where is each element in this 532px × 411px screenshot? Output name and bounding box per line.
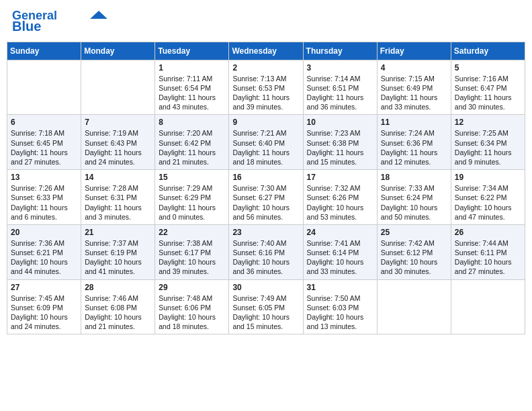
calendar-cell: 27Sunrise: 7:45 AMSunset: 6:09 PMDayligh… — [7, 279, 81, 334]
calendar-cell: 10Sunrise: 7:23 AMSunset: 6:38 PMDayligh… — [303, 115, 377, 170]
logo: General Blue — [12, 9, 108, 34]
cell-content: Sunrise: 7:44 AMSunset: 6:11 PMDaylight:… — [455, 238, 521, 277]
cell-content: Sunrise: 7:45 AMSunset: 6:09 PMDaylight:… — [11, 293, 77, 332]
day-number: 1 — [159, 63, 225, 73]
calendar-cell: 18Sunrise: 7:33 AMSunset: 6:24 PMDayligh… — [377, 170, 451, 225]
cell-content: Sunrise: 7:36 AMSunset: 6:21 PMDaylight:… — [11, 238, 77, 277]
day-number: 27 — [11, 283, 77, 292]
day-number: 23 — [232, 228, 299, 237]
calendar-cell: 29Sunrise: 7:48 AMSunset: 6:06 PMDayligh… — [155, 279, 229, 334]
day-number: 25 — [381, 228, 447, 237]
day-number: 24 — [307, 228, 373, 237]
calendar-cell: 24Sunrise: 7:41 AMSunset: 6:14 PMDayligh… — [303, 224, 377, 279]
day-number: 15 — [159, 173, 225, 182]
cell-content: Sunrise: 7:24 AMSunset: 6:36 PMDaylight:… — [381, 128, 447, 167]
cell-content: Sunrise: 7:25 AMSunset: 6:34 PMDaylight:… — [455, 128, 521, 167]
day-header-tuesday: Tuesday — [155, 42, 229, 60]
cell-content: Sunrise: 7:21 AMSunset: 6:40 PMDaylight:… — [232, 128, 299, 167]
cell-content: Sunrise: 7:46 AMSunset: 6:08 PMDaylight:… — [85, 293, 151, 332]
calendar-cell: 4Sunrise: 7:15 AMSunset: 6:49 PMDaylight… — [377, 60, 451, 115]
calendar-cell — [377, 279, 451, 334]
cell-content: Sunrise: 7:14 AMSunset: 6:51 PMDaylight:… — [307, 74, 373, 112]
day-number: 2 — [232, 63, 299, 73]
cell-content: Sunrise: 7:34 AMSunset: 6:22 PMDaylight:… — [455, 183, 521, 222]
calendar-cell: 22Sunrise: 7:38 AMSunset: 6:17 PMDayligh… — [155, 224, 229, 279]
cell-content: Sunrise: 7:19 AMSunset: 6:43 PMDaylight:… — [85, 128, 151, 167]
cell-content: Sunrise: 7:41 AMSunset: 6:14 PMDaylight:… — [307, 238, 373, 277]
day-number: 14 — [85, 173, 151, 182]
day-number: 19 — [455, 173, 521, 182]
day-number: 20 — [11, 228, 77, 237]
cell-content: Sunrise: 7:29 AMSunset: 6:29 PMDaylight:… — [159, 183, 225, 222]
day-number: 18 — [381, 173, 447, 182]
calendar-cell: 8Sunrise: 7:20 AMSunset: 6:42 PMDaylight… — [155, 115, 229, 170]
day-number: 31 — [307, 283, 373, 292]
calendar-cell: 25Sunrise: 7:42 AMSunset: 6:12 PMDayligh… — [377, 224, 451, 279]
calendar-cell: 16Sunrise: 7:30 AMSunset: 6:27 PMDayligh… — [229, 170, 303, 225]
calendar-table: SundayMondayTuesdayWednesdayThursdayFrid… — [7, 42, 525, 334]
day-number: 10 — [307, 118, 373, 127]
day-number: 13 — [11, 173, 77, 182]
logo-icon — [89, 11, 108, 19]
svg-marker-0 — [90, 11, 107, 19]
calendar-cell: 14Sunrise: 7:28 AMSunset: 6:31 PMDayligh… — [81, 170, 155, 225]
cell-content: Sunrise: 7:33 AMSunset: 6:24 PMDaylight:… — [381, 183, 447, 222]
calendar-cell — [7, 60, 81, 115]
calendar-week-4: 20Sunrise: 7:36 AMSunset: 6:21 PMDayligh… — [7, 224, 525, 279]
cell-content: Sunrise: 7:13 AMSunset: 6:53 PMDaylight:… — [232, 74, 299, 112]
cell-content: Sunrise: 7:38 AMSunset: 6:17 PMDaylight:… — [159, 238, 225, 277]
calendar-cell: 28Sunrise: 7:46 AMSunset: 6:08 PMDayligh… — [81, 279, 155, 334]
calendar-cell: 17Sunrise: 7:32 AMSunset: 6:26 PMDayligh… — [303, 170, 377, 225]
calendar-cell: 20Sunrise: 7:36 AMSunset: 6:21 PMDayligh… — [7, 224, 81, 279]
calendar-week-2: 6Sunrise: 7:18 AMSunset: 6:45 PMDaylight… — [7, 115, 525, 170]
calendar-week-5: 27Sunrise: 7:45 AMSunset: 6:09 PMDayligh… — [7, 279, 525, 334]
day-number: 26 — [455, 228, 521, 237]
calendar-cell: 13Sunrise: 7:26 AMSunset: 6:33 PMDayligh… — [7, 170, 81, 225]
day-number: 29 — [159, 283, 225, 292]
cell-content: Sunrise: 7:23 AMSunset: 6:38 PMDaylight:… — [307, 128, 373, 167]
cell-content: Sunrise: 7:42 AMSunset: 6:12 PMDaylight:… — [381, 238, 447, 277]
calendar-cell: 21Sunrise: 7:37 AMSunset: 6:19 PMDayligh… — [81, 224, 155, 279]
calendar-cell: 11Sunrise: 7:24 AMSunset: 6:36 PMDayligh… — [377, 115, 451, 170]
calendar-cell: 3Sunrise: 7:14 AMSunset: 6:51 PMDaylight… — [303, 60, 377, 115]
day-number: 8 — [159, 118, 225, 127]
calendar-cell: 31Sunrise: 7:50 AMSunset: 6:03 PMDayligh… — [303, 279, 377, 334]
calendar-cell: 5Sunrise: 7:16 AMSunset: 6:47 PMDaylight… — [451, 60, 525, 115]
day-header-saturday: Saturday — [451, 42, 525, 60]
calendar-cell — [451, 279, 525, 334]
cell-content: Sunrise: 7:11 AMSunset: 6:54 PMDaylight:… — [159, 74, 225, 112]
calendar-cell: 7Sunrise: 7:19 AMSunset: 6:43 PMDaylight… — [81, 115, 155, 170]
cell-content: Sunrise: 7:30 AMSunset: 6:27 PMDaylight:… — [232, 183, 299, 222]
calendar-cell: 1Sunrise: 7:11 AMSunset: 6:54 PMDaylight… — [155, 60, 229, 115]
day-header-friday: Friday — [377, 42, 451, 60]
cell-content: Sunrise: 7:16 AMSunset: 6:47 PMDaylight:… — [455, 74, 521, 112]
day-number: 6 — [11, 118, 77, 127]
logo-blue-text: Blue — [12, 19, 41, 34]
day-number: 17 — [307, 173, 373, 182]
cell-content: Sunrise: 7:48 AMSunset: 6:06 PMDaylight:… — [159, 293, 225, 332]
day-header-thursday: Thursday — [303, 42, 377, 60]
calendar-cell: 23Sunrise: 7:40 AMSunset: 6:16 PMDayligh… — [229, 224, 303, 279]
cell-content: Sunrise: 7:32 AMSunset: 6:26 PMDaylight:… — [307, 183, 373, 222]
page-header: General Blue — [7, 7, 525, 36]
day-number: 21 — [85, 228, 151, 237]
calendar-cell — [81, 60, 155, 115]
cell-content: Sunrise: 7:50 AMSunset: 6:03 PMDaylight:… — [307, 293, 373, 332]
day-number: 11 — [381, 118, 447, 127]
day-header-monday: Monday — [81, 42, 155, 60]
day-number: 4 — [381, 63, 447, 73]
day-number: 30 — [232, 283, 299, 292]
day-number: 22 — [159, 228, 225, 237]
calendar-cell: 15Sunrise: 7:29 AMSunset: 6:29 PMDayligh… — [155, 170, 229, 225]
calendar-week-1: 1Sunrise: 7:11 AMSunset: 6:54 PMDaylight… — [7, 60, 525, 115]
day-number: 3 — [307, 63, 373, 73]
day-number: 5 — [455, 63, 521, 73]
cell-content: Sunrise: 7:28 AMSunset: 6:31 PMDaylight:… — [85, 183, 151, 222]
calendar-cell: 6Sunrise: 7:18 AMSunset: 6:45 PMDaylight… — [7, 115, 81, 170]
cell-content: Sunrise: 7:40 AMSunset: 6:16 PMDaylight:… — [232, 238, 299, 277]
day-number: 12 — [455, 118, 521, 127]
day-number: 16 — [232, 173, 299, 182]
calendar-cell: 12Sunrise: 7:25 AMSunset: 6:34 PMDayligh… — [451, 115, 525, 170]
day-header-sunday: Sunday — [7, 42, 81, 60]
cell-content: Sunrise: 7:37 AMSunset: 6:19 PMDaylight:… — [85, 238, 151, 277]
